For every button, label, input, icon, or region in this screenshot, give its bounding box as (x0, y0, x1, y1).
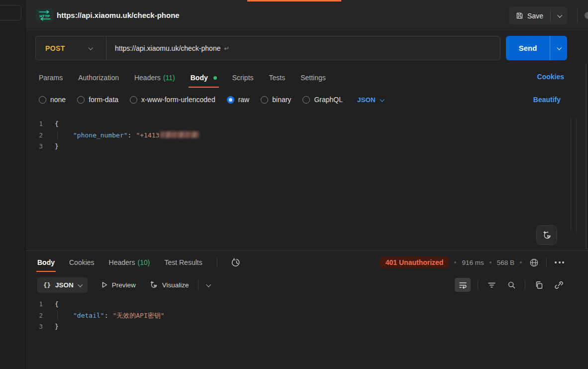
send-button[interactable]: Send (506, 36, 550, 60)
chevron-down-icon (557, 13, 562, 18)
response-history-button[interactable] (232, 258, 241, 267)
word-wrap-icon (459, 281, 467, 289)
divider (546, 258, 547, 267)
postbot-sparkle-icon (542, 230, 552, 241)
method-label: POST (45, 44, 65, 52)
response-time: 916 ms (462, 259, 484, 266)
line-number: 2 (26, 130, 55, 141)
response-header: Body Cookies Headers(10) Test Results 40… (26, 251, 588, 274)
header-edge-icon (585, 12, 588, 19)
tab-headers[interactable]: Headers(11) (134, 68, 175, 88)
headers-count: (11) (163, 74, 175, 82)
http-request-icon: HTTP (36, 8, 54, 22)
request-panel: HTTP https://api.xiaomu.uk/check-phone S… (26, 0, 588, 369)
link-icon (555, 281, 563, 289)
radio-selected-icon (227, 96, 234, 104)
divider (478, 280, 478, 289)
url-bar: POST https://api.xiaomu.uk/check-phone↵ … (35, 36, 588, 60)
more-options-button[interactable] (553, 259, 566, 265)
response-tabs: Body Cookies Headers(10) Test Results (37, 251, 241, 274)
status-badge: 401 Unauthorized (380, 256, 449, 268)
tab-tests[interactable]: Tests (269, 68, 286, 88)
postbot-button[interactable] (536, 225, 557, 245)
chevron-down-icon (78, 282, 83, 287)
visualize-sparkle-icon (149, 280, 158, 289)
json-value: "+1413 (136, 131, 159, 139)
redacted-phone-value (160, 131, 199, 138)
separator-dot (454, 261, 456, 263)
radio-icon (130, 96, 137, 104)
beautify-link[interactable]: Beautify (533, 96, 561, 104)
request-tabs: Params Authorization Headers(11) Body Sc… (39, 68, 588, 88)
history-clock-icon (232, 258, 241, 267)
body-modified-dot (213, 76, 217, 80)
code-line: 3 } (26, 141, 588, 152)
chevron-down-icon (88, 45, 93, 50)
json-key: "detail" (73, 312, 104, 319)
line-number: 3 (26, 141, 55, 152)
editor-scrollbar-track (576, 118, 577, 234)
response-tab-headers[interactable]: Headers(10) (109, 251, 150, 274)
tab-body[interactable]: Body (191, 68, 217, 88)
response-tab-test-results[interactable]: Test Results (164, 251, 202, 274)
request-body-editor[interactable]: 1 { 2 "phone_number":"+1413 3 } (26, 115, 588, 251)
code-line: 2 "phone_number":"+1413 (26, 130, 588, 141)
method-selector[interactable]: POST (36, 36, 106, 60)
filter-icon (488, 281, 496, 289)
language-dropdown[interactable]: JSON (357, 96, 384, 104)
body-type-options: none form-data x-www-form-urlencoded raw… (39, 93, 588, 107)
cookies-link[interactable]: Cookies (537, 73, 564, 81)
indent-guide (57, 311, 58, 321)
divider (198, 280, 198, 290)
save-label: Save (527, 12, 543, 20)
radio-raw[interactable]: raw (227, 96, 250, 104)
code-line: 1 { (26, 119, 588, 130)
radio-icon (302, 96, 310, 104)
tab-authorization[interactable]: Authorization (78, 68, 119, 88)
indent-guide (57, 131, 58, 140)
radio-form-data[interactable]: form-data (77, 96, 118, 104)
header-divider (577, 8, 578, 23)
radio-binary[interactable]: binary (261, 96, 291, 104)
copy-icon (535, 281, 543, 289)
line-number: 2 (26, 310, 55, 322)
copy-button[interactable] (532, 278, 545, 291)
app-window: HTTP https://api.xiaomu.uk/check-phone S… (0, 0, 588, 369)
response-tab-body[interactable]: Body (37, 251, 55, 274)
request-header: HTTP https://api.xiaomu.uk/check-phone S… (26, 0, 588, 31)
sidebar-collapsed-tab[interactable] (0, 5, 21, 20)
search-button[interactable] (505, 278, 518, 291)
url-input[interactable]: https://api.xiaomu.uk/check-phone↵ (106, 44, 229, 52)
radio-icon (39, 96, 46, 104)
radio-graphql[interactable]: GraphQL (302, 96, 343, 104)
braces-icon: {} (43, 281, 51, 289)
response-headers-count: (10) (138, 258, 150, 266)
link-button[interactable] (552, 278, 565, 291)
request-title: https://api.xiaomu.uk/check-phone (57, 11, 180, 19)
visualize-button[interactable]: Visualize (149, 280, 189, 289)
toolbar-chevron-button[interactable] (206, 282, 211, 287)
response-tab-cookies[interactable]: Cookies (69, 251, 95, 274)
response-format-dropdown[interactable]: {} JSON (37, 277, 88, 293)
response-body-editor[interactable]: 1 { 2 "detail":"无效的API密钥" 3 } (26, 296, 588, 340)
svg-text:HTTP: HTTP (40, 14, 51, 18)
tab-settings[interactable]: Settings (300, 68, 326, 88)
save-button[interactable]: Save (509, 7, 550, 24)
json-value: "无效的API密钥" (112, 312, 164, 319)
tab-params[interactable]: Params (39, 68, 63, 88)
filter-button[interactable] (485, 278, 498, 291)
send-options-button[interactable] (550, 36, 567, 60)
panel-scrollbar[interactable] (586, 64, 587, 249)
preview-button[interactable]: Preview (101, 281, 136, 289)
globe-icon (529, 258, 539, 267)
network-info-button[interactable] (527, 256, 540, 269)
radio-none[interactable]: none (39, 96, 66, 104)
radio-x-www-form-urlencoded[interactable]: x-www-form-urlencoded (130, 96, 215, 104)
wrap-lines-button[interactable] (455, 278, 471, 292)
save-options-button[interactable] (551, 7, 568, 24)
search-icon (507, 281, 516, 289)
tab-scripts[interactable]: Scripts (232, 68, 254, 88)
response-toolbar: {} JSON Preview Visualize (37, 277, 588, 293)
send-split-button: Send (506, 36, 567, 60)
editor-scrollbar[interactable] (571, 118, 571, 230)
